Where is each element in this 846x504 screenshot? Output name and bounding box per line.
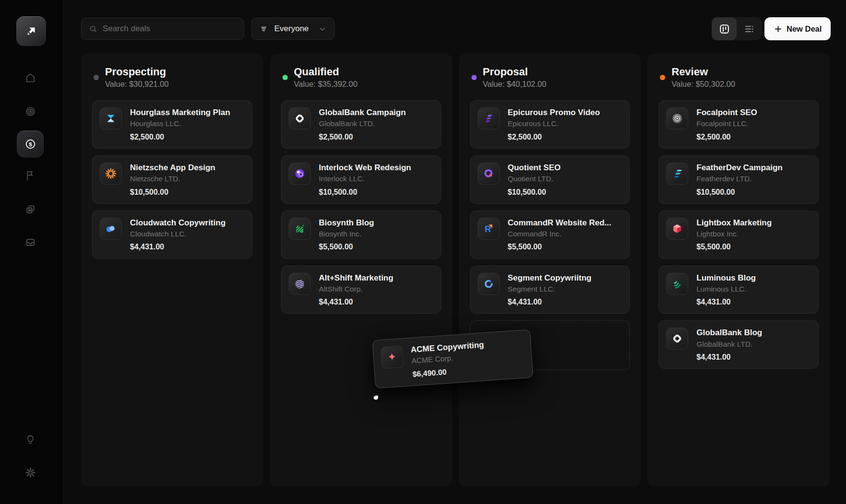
sidebar-item-deals[interactable]: $ <box>17 130 44 157</box>
sidebar-item-home[interactable] <box>19 66 42 89</box>
column-prospecting: ProspectingValue: $30,921.00Hourglass Ma… <box>81 54 263 487</box>
column-title: Qualified <box>294 66 358 78</box>
app-logo[interactable] <box>16 16 46 46</box>
deal-company: CommandR Inc. <box>508 229 623 238</box>
column-title: Proposal <box>483 66 547 78</box>
hourglass-icon <box>100 107 122 129</box>
stage-dot <box>660 75 665 80</box>
deal-title: Focalpoint SEO <box>696 107 811 117</box>
deal-amount: $4,431.00 <box>130 242 245 251</box>
new-deal-label: New Deal <box>787 24 822 34</box>
column-title: Prospecting <box>105 66 169 78</box>
filter-selected-value: Everyone <box>274 24 313 34</box>
deal-amount: $2,500.00 <box>508 132 623 141</box>
deal-amount: $4,431.00 <box>508 297 623 306</box>
deal-card[interactable]: Biosynth BlogBiosynth Inc.$5,500.00 <box>281 211 441 259</box>
cloud-icon <box>100 218 122 240</box>
inbox-icon <box>24 236 36 248</box>
deal-amount: $4,431.00 <box>696 352 811 362</box>
column-review: ReviewValue: $50,302.00Focalpoint SEOFoc… <box>647 54 830 487</box>
deal-card[interactable]: Epicurous Promo VideoEpicurous LLC.$2,50… <box>470 100 630 149</box>
deal-company: Biosynth Inc. <box>319 229 434 238</box>
deal-card[interactable]: Quotient SEOQuotient LTD.$10,500.00 <box>470 155 630 204</box>
assignee-filter-dropdown[interactable]: Everyone <box>251 18 335 40</box>
luminous-icon <box>666 273 688 295</box>
lightbox-icon <box>666 218 688 240</box>
deal-card[interactable]: Focalpoint SEOFocalpoint LLC.$2,500.00 <box>658 100 819 149</box>
card-list: Hourglass Marketing PlanHourglass LLC.$2… <box>92 100 252 258</box>
deal-amount: $2,500.00 <box>696 132 811 141</box>
deal-card[interactable]: RCommandR Website Red...CommandR Inc.$5,… <box>470 211 630 259</box>
deal-card[interactable]: Nietzsche App DesignNietzsche LTD.$10,50… <box>92 155 252 204</box>
deal-card[interactable]: GlobalBank BlogGlobalBank LTD.$4,431.00 <box>658 320 819 369</box>
column-header: ReviewValue: $50,302.00 <box>658 66 819 89</box>
deal-company: Epicurous LLC. <box>508 119 623 128</box>
sidebar-item-tasks[interactable] <box>19 198 42 221</box>
deal-title: Luminous Blog <box>696 273 811 283</box>
deal-company: GlobalBank LTD. <box>696 340 811 349</box>
sidebar-item-flag[interactable] <box>19 164 42 187</box>
svg-text:R: R <box>484 224 491 234</box>
focalpoint-icon <box>666 107 688 129</box>
deal-company: Quotient LTD. <box>508 174 623 183</box>
kanban-board-icon <box>718 23 730 35</box>
deal-card[interactable]: Segment CopywriitngSegment LLC.$4,431.00 <box>470 266 630 314</box>
segment-icon <box>478 273 500 295</box>
search-deals-box[interactable] <box>81 18 244 40</box>
deal-title: Quotient SEO <box>508 163 623 173</box>
deal-amount: $5,500.00 <box>319 242 434 251</box>
deal-title: Biosynth Blog <box>319 218 434 228</box>
deal-company: AltShift Corp. <box>319 284 434 293</box>
deal-company: Luminous LLC. <box>696 284 811 293</box>
deal-card[interactable]: Interlock Web RedesignInterlock LLC.$10,… <box>281 155 441 204</box>
deal-company: Hourglass LLC. <box>130 119 245 128</box>
deal-card[interactable]: GlobalBank CampaignGlobalBank LTD.$2,500… <box>281 100 441 149</box>
burst-icon <box>100 163 122 185</box>
list-view-button[interactable] <box>737 17 762 40</box>
deal-amount: $5,500.00 <box>508 242 623 251</box>
column-title: Review <box>671 66 735 78</box>
card-list: Epicurous Promo VideoEpicurous LLC.$2,50… <box>470 100 630 370</box>
deal-title: Lightbox Marketing <box>696 218 811 228</box>
deals-icon: $ <box>24 138 36 150</box>
deal-card[interactable]: Cloudwatch CopywritingCloudwatch LLC.$4,… <box>92 211 252 259</box>
column-header: ProspectingValue: $30,921.00 <box>92 66 252 89</box>
sparkle-icon <box>380 345 404 369</box>
deal-title: Epicurous Promo Video <box>508 107 623 117</box>
deal-amount: $2,500.00 <box>319 132 434 141</box>
deal-amount: $4,431.00 <box>696 297 811 306</box>
new-deal-button[interactable]: New Deal <box>764 17 831 40</box>
deal-amount: $2,500.00 <box>130 132 245 141</box>
ideas-icon <box>24 434 36 445</box>
deal-company: Nietzsche LTD. <box>130 174 245 183</box>
search-icon <box>89 24 97 34</box>
settings-icon <box>24 467 36 479</box>
sidebar-item-ideas[interactable] <box>19 428 42 451</box>
deal-card[interactable]: FeatherDev CampaignFeatherdev LTD.$10,50… <box>658 155 819 204</box>
card-list: GlobalBank CampaignGlobalBank LTD.$2,500… <box>281 100 441 314</box>
sidebar-item-settings[interactable] <box>19 461 42 484</box>
kanban-view-button[interactable] <box>712 17 737 40</box>
deal-amount: $10,500.00 <box>130 188 245 197</box>
column-header: QualifiedValue: $35,392.00 <box>281 66 441 89</box>
deal-title: Segment Copywriitng <box>508 273 623 283</box>
grabbing-hand-cursor <box>371 392 382 405</box>
featherdev-icon <box>666 163 688 185</box>
sidebar-item-target[interactable] <box>19 100 42 123</box>
commandr-icon: R <box>478 218 500 240</box>
deal-card[interactable]: Lightbox MarketingLightbox Inc.$5,500.00 <box>658 211 819 259</box>
deal-title: Alt+Shift Marketing <box>319 273 434 283</box>
column-value: Value: $50,302.00 <box>671 80 735 89</box>
sidebar-item-inbox[interactable] <box>19 231 42 254</box>
deal-company: Interlock LLC. <box>319 174 434 183</box>
search-input[interactable] <box>103 24 236 34</box>
target-icon <box>24 105 36 117</box>
list-icon <box>743 23 755 35</box>
globalbank-icon <box>666 328 688 350</box>
column-value: Value: $30,921.00 <box>105 80 169 89</box>
deal-card[interactable]: Hourglass Marketing PlanHourglass LLC.$2… <box>92 100 252 149</box>
deal-title: GlobalBank Blog <box>696 328 811 338</box>
deal-card[interactable]: Alt+Shift MarketingAltShift Corp.$4,431.… <box>281 266 441 314</box>
deal-company: Lightbox Inc. <box>696 229 811 238</box>
deal-card[interactable]: Luminous BlogLuminous LLC.$4,431.00 <box>658 266 819 314</box>
